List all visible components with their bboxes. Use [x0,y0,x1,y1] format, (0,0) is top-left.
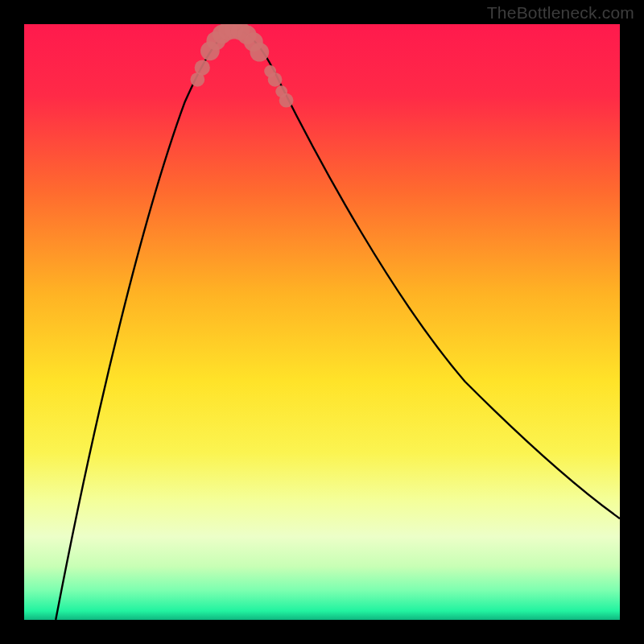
watermark-label: TheBottleneck.com [487,3,634,23]
chart-svg [24,24,620,620]
bead-marker [268,72,283,87]
plot-area [24,24,620,620]
plot-background [24,24,620,620]
bead-marker [279,93,294,108]
bead-marker [250,43,269,62]
bead-marker [195,60,210,75]
chart-frame: TheBottleneck.com [0,0,644,644]
